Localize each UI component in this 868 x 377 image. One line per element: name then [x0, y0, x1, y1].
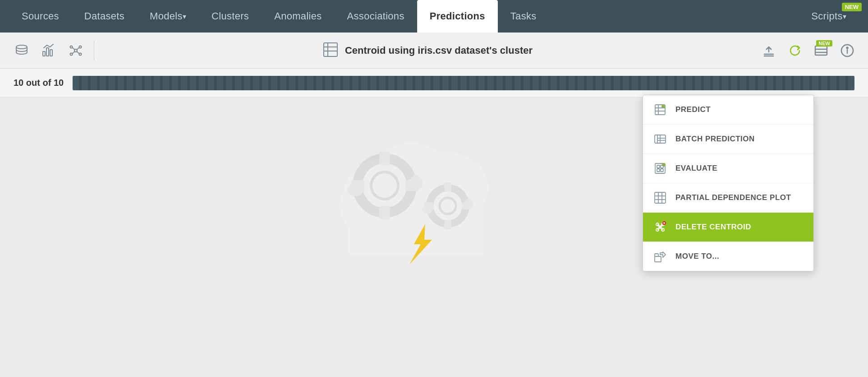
svg-rect-63 [657, 169, 660, 172]
move-to-icon [652, 248, 668, 265]
partial-dependence-label: PARTIAL DEPENDENCE PLOT [675, 193, 791, 202]
svg-rect-3 [50, 50, 52, 56]
progress-area: 10 out of 10 [0, 69, 868, 98]
dropdown-partial-dependence[interactable]: PARTIAL DEPENDENCE PLOT [643, 183, 813, 213]
toolbar-cluster-icon-btn[interactable] [63, 38, 88, 63]
nav-datasets[interactable]: Datasets [72, 0, 137, 33]
progress-bar [73, 76, 854, 90]
partial-dependence-icon [652, 190, 668, 206]
delete-centroid-icon [652, 219, 668, 235]
evaluate-icon: + [652, 160, 668, 177]
database-icon [14, 43, 29, 58]
dropdown-evaluate[interactable]: + EVALUATE [643, 154, 813, 183]
progress-label: 10 out of 10 [14, 78, 64, 88]
progress-fill [73, 76, 854, 90]
menu-new-badge: NEW [816, 40, 832, 47]
svg-rect-30 [379, 152, 390, 165]
svg-line-9 [72, 47, 75, 50]
svg-rect-67 [655, 192, 666, 203]
menu-btn[interactable]: NEW [809, 39, 833, 62]
dropdown-menu: + PREDICT BATCH PREDICTION [643, 95, 814, 271]
svg-line-10 [77, 47, 79, 50]
svg-rect-84 [655, 256, 661, 262]
toolbar-title-area: Centroid using iris.csv dataset's cluste… [100, 42, 755, 60]
cluster-icon [69, 43, 83, 58]
svg-point-0 [16, 45, 27, 49]
scripts-new-badge: NEW [842, 3, 862, 11]
svg-rect-31 [379, 206, 390, 219]
move-to-label: MOVE TO... [675, 252, 719, 261]
toolbar-right-buttons: NEW [757, 39, 859, 62]
svg-rect-1 [43, 51, 45, 56]
svg-line-11 [72, 51, 75, 54]
toolbar-chart-icon-btn[interactable] [36, 38, 61, 63]
batch-prediction-icon [652, 131, 668, 147]
toolbar-title: Centroid using iris.csv dataset's cluste… [345, 45, 533, 56]
nav-tasks[interactable]: Tasks [498, 0, 549, 33]
svg-point-22 [847, 47, 848, 48]
svg-rect-17 [815, 46, 827, 55]
svg-rect-56 [657, 135, 666, 143]
upload-icon [762, 43, 776, 58]
svg-text:+: + [663, 164, 665, 167]
svg-rect-2 [46, 48, 49, 56]
nav-associations[interactable]: Associations [335, 0, 417, 33]
dropdown-delete-centroid[interactable]: DELETE CENTROID [643, 213, 813, 242]
dropdown-batch-prediction[interactable]: BATCH PREDICTION [643, 125, 813, 154]
dropdown-predict[interactable]: + PREDICT [643, 95, 813, 125]
svg-rect-40 [444, 182, 451, 191]
centroid-title-icon [322, 42, 339, 60]
svg-line-12 [77, 51, 79, 54]
toolbar: Centroid using iris.csv dataset's cluste… [0, 33, 868, 69]
nav-anomalies[interactable]: Anomalies [262, 0, 334, 33]
refresh-btn[interactable] [783, 39, 807, 62]
predict-label: PREDICT [675, 105, 711, 114]
svg-rect-13 [324, 43, 337, 56]
batch-prediction-label: BATCH PREDICTION [675, 135, 755, 144]
nav-models[interactable]: Models [137, 0, 199, 33]
svg-rect-85 [655, 254, 658, 256]
delete-centroid-label: DELETE CENTROID [675, 223, 751, 232]
toolbar-db-icon-btn[interactable] [9, 38, 34, 63]
predict-icon: + [652, 102, 668, 118]
nav-clusters[interactable]: Clusters [199, 0, 262, 33]
svg-rect-41 [444, 220, 451, 229]
content-area: 10 out of 10 [0, 69, 868, 377]
nav-scripts-area: Scripts NEW [799, 0, 859, 33]
evaluate-label: EVALUATE [675, 164, 717, 173]
nav-predictions[interactable]: Predictions [417, 0, 498, 33]
nav-sources[interactable]: Sources [9, 0, 72, 33]
upload-btn[interactable] [757, 39, 781, 62]
cloud-gear-illustration [321, 116, 547, 278]
info-icon [840, 43, 854, 58]
svg-rect-64 [661, 169, 663, 172]
svg-rect-61 [657, 165, 660, 168]
top-navigation: Sources Datasets Models Clusters Anomali… [0, 0, 868, 33]
info-btn[interactable] [836, 39, 859, 62]
chart-icon [41, 43, 56, 58]
dropdown-move-to[interactable]: MOVE TO... [643, 242, 813, 271]
svg-text:+: + [662, 106, 664, 108]
toolbar-separator [94, 41, 94, 61]
refresh-icon [788, 43, 802, 58]
